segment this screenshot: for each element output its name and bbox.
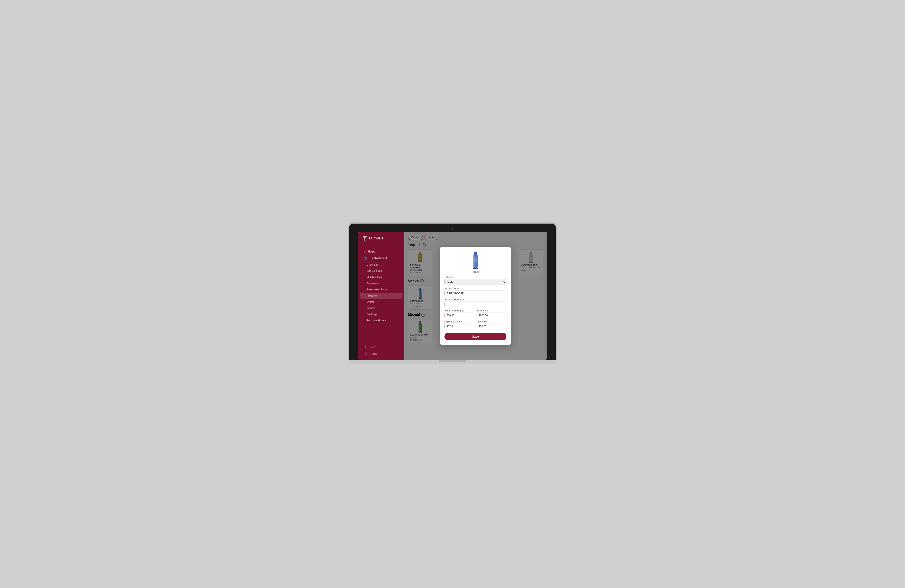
help-icon: ? [364,346,367,349]
sidebar-item-profile[interactable]: 👤 Profile [360,351,402,357]
form-group-product-name: Product Name [445,287,506,296]
modal-bottle-icon [471,251,480,271]
sidebar-logo: 🍸 Lumin X [359,231,404,244]
purchase-history-label: Purchase History [367,319,386,322]
laptop-shell: 🍸 Lumin X ⌂ Home 🌐 Establishment [349,224,556,364]
save-button[interactable]: Save [445,333,506,340]
products-label: Products [367,294,376,297]
bottle-price-input[interactable] [476,312,506,318]
profile-label: Profile [370,352,378,355]
memberships-label: Memberships [367,276,382,278]
sidebar-item-guest-list[interactable]: Guest List [360,262,402,268]
reservation-policy-label: Reservation Policy [367,288,387,291]
modal-overlay[interactable]: Picture Category Tequila Vodka Mezcal [404,231,546,360]
sidebar-item-home[interactable]: ⌂ Home [360,248,402,255]
establishment-icon: 🌐 [364,257,367,260]
svg-rect-20 [474,252,477,254]
laptop-camera [452,228,453,230]
sidebar-bottom: ? Help 👤 Profile [359,342,404,357]
svg-rect-25 [474,257,477,262]
home-icon: ⌂ [364,250,365,253]
bottle-quantity-input[interactable] [445,312,474,318]
product-name-input[interactable] [445,290,506,296]
profile-icon: 👤 [364,352,367,355]
sidebar-nav: ⌂ Home 🌐 Establishment Guest List Edit C… [359,248,404,323]
establishment-label: Establishment [370,257,387,260]
sidebar-item-insights[interactable]: Insights [360,305,402,311]
sidebar-divider-bottom [362,343,401,343]
form-row-bottle: Bottle Quantity (ml) Bottle Price [445,309,506,320]
laptop-screen: 🍸 Lumin X ⌂ Home 🌐 Establishment [359,231,546,360]
bottle-price-label: Bottle Price [476,309,506,312]
events-label: Events [367,300,375,303]
product-description-label: Product Description [445,298,506,301]
edit-club-info-label: Edit Club Info [367,269,382,272]
form-row-cup: Cup Quantity (ml) Cup Price [445,320,506,331]
logo-icon: 🍸 [362,236,367,241]
logo-text: Lumin X [369,236,383,240]
form-group-bottle-quantity: Bottle Quantity (ml) [445,309,474,318]
cup-price-input[interactable] [476,323,506,329]
form-group-product-description: Product Description [445,298,506,307]
form-group-category: Category Tequila Vodka Mezcal [445,276,506,285]
form-group-cup-quantity: Cup Quantity (ml) [445,320,474,329]
laptop-top: 🍸 Lumin X ⌂ Home 🌐 Establishment [349,224,556,360]
sidebar-item-reservation-policy[interactable]: Reservation Policy [360,287,402,292]
guest-list-label: Guest List [367,263,378,266]
product-name-label: Product Name [445,287,506,290]
sidebar-item-establishment[interactable]: 🌐 Establishment [360,255,402,262]
form-group-cup-price: Cup Price [476,320,506,329]
svg-rect-21 [474,254,477,255]
help-label: Help [370,346,375,349]
cup-quantity-input[interactable] [445,323,474,329]
sidebar-item-memberships[interactable]: Memberships [360,274,402,280]
laptop-bottom [349,360,556,364]
sidebar-item-purchase-history[interactable]: Purchase History [360,317,402,323]
insights-label: Insights [367,307,375,309]
sidebar-item-edit-club-info[interactable]: Edit Club Info [360,268,402,274]
bottle-quantity-label: Bottle Quantity (ml) [445,309,474,312]
home-label: Home [368,250,375,253]
main-content: Tequila Vodka Tequila + [404,231,546,360]
svg-rect-24 [473,268,478,269]
app-layout: 🍸 Lumin X ⌂ Home 🌐 Establishment [359,231,546,360]
modal-box: Picture Category Tequila Vodka Mezcal [440,247,511,345]
category-select[interactable]: Tequila Vodka Mezcal [445,279,506,285]
category-label: Category [445,276,506,278]
sidebar-item-employees[interactable]: Employees [360,280,402,286]
sidebar-item-help[interactable]: ? Help [360,344,402,350]
modal-product-image-section: Picture [445,251,506,273]
sidebar: 🍸 Lumin X ⌂ Home 🌐 Establishment [359,231,404,360]
bookings-label: Bookings [367,313,377,315]
employees-label: Employees [367,282,379,285]
cup-quantity-label: Cup Quantity (ml) [445,320,474,323]
modal-picture-label: Picture [472,271,479,273]
product-description-input[interactable] [445,301,506,307]
sidebar-item-events[interactable]: Events [360,299,402,305]
cup-price-label: Cup Price [476,320,506,323]
sidebar-item-products[interactable]: Products [360,293,402,299]
form-group-bottle-price: Bottle Price [476,309,506,318]
sidebar-item-bookings[interactable]: Bookings [360,311,402,317]
